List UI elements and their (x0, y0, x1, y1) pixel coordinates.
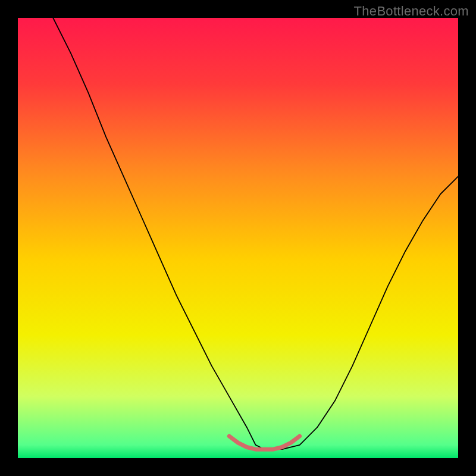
bottleneck-chart (18, 18, 458, 458)
chart-stage: TheBottleneck.com (0, 0, 476, 476)
watermark-text: TheBottleneck.com (354, 4, 469, 19)
